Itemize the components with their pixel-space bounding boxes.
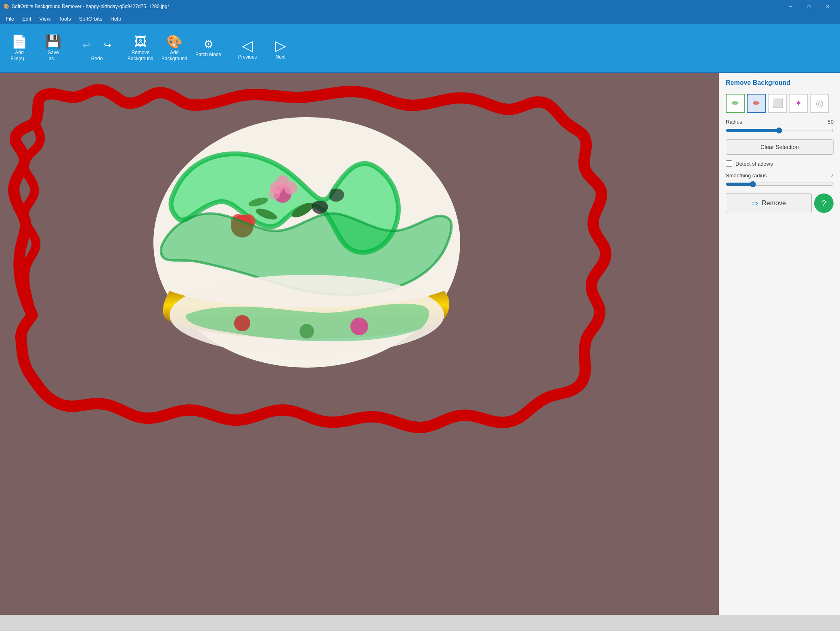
svg-point-6 (269, 188, 280, 200)
add-background-icon: 🎨 (166, 35, 182, 48)
help-button[interactable]: ? (814, 194, 834, 213)
canvas-area[interactable] (0, 73, 719, 615)
batch-mode-button[interactable]: ⚙ Batch Mode (192, 28, 224, 69)
detect-shadows-label: Detect shadows (735, 161, 773, 167)
radius-value: 50 (821, 119, 834, 125)
window-title: SoftOrbits Background Remover - happy-bi… (12, 4, 781, 9)
detect-shadows-row: Detect shadows (726, 160, 834, 167)
close-button[interactable]: ✕ (818, 0, 837, 13)
redo-button[interactable]: ↪ (97, 36, 117, 55)
separator-3 (228, 32, 228, 65)
magic-wand-tool[interactable]: ✦ (789, 94, 808, 113)
menu-view[interactable]: View (35, 14, 54, 23)
batch-mode-icon: ⚙ (203, 39, 214, 50)
save-as-button[interactable]: 💾 Saveas... (37, 28, 69, 69)
panel-title: Remove Background (726, 79, 834, 86)
bg-remove-tool[interactable]: ◎ (810, 94, 829, 113)
menu-help[interactable]: Help (106, 14, 125, 23)
svg-point-15 (350, 318, 368, 335)
minimize-button[interactable]: ─ (781, 0, 800, 13)
eraser-tool[interactable]: ⬜ (768, 94, 787, 113)
toolbar: 📄 AddFile(s)... 💾 Saveas... ↩ ↪ Redo 🖼 R… (0, 24, 840, 73)
remove-background-button[interactable]: 🖼 RemoveBackground (124, 28, 157, 69)
undo-icon: ↩ (83, 40, 90, 50)
menu-edit[interactable]: Edit (18, 14, 35, 23)
maximize-button[interactable]: □ (800, 0, 818, 13)
detect-shadows-checkbox[interactable] (726, 160, 732, 167)
previous-button[interactable]: ◁ Previous (231, 28, 264, 69)
right-panel: Remove Background ✏ ✏ ⬜ ✦ ◎ (719, 73, 840, 615)
clear-selection-button[interactable]: Clear Selection (726, 139, 834, 155)
previous-icon: ◁ (242, 37, 253, 54)
tool-icons-row: ✏ ✏ ⬜ ✦ ◎ (726, 94, 834, 113)
remove-button[interactable]: ⇒ Remove (726, 193, 812, 213)
svg-point-16 (300, 324, 314, 339)
green-pen-tool[interactable]: ✏ (726, 94, 745, 113)
svg-point-5 (276, 175, 289, 188)
remove-label: Remove (762, 200, 786, 207)
undo-button[interactable]: ↩ (76, 36, 96, 55)
nav-group: ◁ Previous ▷ Next (231, 28, 297, 69)
redo-icon: ↪ (104, 40, 111, 50)
next-label: Next (276, 54, 286, 60)
radius-label: Radius (726, 119, 742, 125)
menu-bar: File Edit View Tools SoftOrbits Help (0, 13, 840, 24)
bg-remove-icon: ◎ (816, 98, 823, 109)
add-file-button[interactable]: 📄 AddFile(s)... (3, 28, 36, 69)
batch-mode-label: Batch Mode (195, 52, 221, 57)
thumbnail-area (0, 615, 840, 631)
separator-2 (121, 32, 121, 65)
smoothing-label-row: Smoothing radius 7 (726, 172, 834, 179)
eraser-icon: ⬜ (772, 98, 783, 109)
radius-slider-row: Radius 50 (726, 119, 834, 134)
save-as-icon: 💾 (45, 35, 61, 48)
image-container (0, 73, 719, 615)
magic-wand-icon: ✦ (795, 98, 802, 109)
title-bar: 🎨 SoftOrbits Background Remover - happy-… (0, 0, 840, 13)
menu-tools[interactable]: Tools (54, 14, 75, 23)
previous-label: Previous (238, 54, 257, 60)
separator-1 (73, 32, 73, 65)
red-pen-tool[interactable]: ✏ (747, 94, 766, 113)
remove-arrow-icon: ⇒ (752, 198, 758, 208)
menu-file[interactable]: File (2, 14, 18, 23)
remove-btn-row: ⇒ Remove ? (726, 193, 834, 213)
window-controls: ─ □ ✕ (781, 0, 837, 13)
add-file-label: AddFile(s)... (10, 50, 28, 61)
smoothing-radius-slider[interactable] (726, 181, 834, 187)
remove-background-label: RemoveBackground (128, 50, 153, 61)
smoothing-radius-label: Smoothing radius (726, 172, 767, 179)
help-icon: ? (821, 199, 826, 208)
add-background-button[interactable]: 🎨 AddBackground (158, 28, 191, 69)
save-as-label: Saveas... (48, 50, 59, 61)
green-pen-icon: ✏ (732, 98, 739, 109)
red-pen-icon: ✏ (753, 98, 760, 109)
menu-softorbits[interactable]: SoftOrbits (75, 14, 107, 23)
thumbnail-strip (0, 615, 840, 631)
radius-label-row: Radius 50 (726, 119, 834, 125)
main-area: Remove Background ✏ ✏ ⬜ ✦ ◎ (0, 73, 840, 615)
app-icon: 🎨 (3, 4, 9, 9)
next-icon: ▷ (275, 37, 286, 54)
canvas-svg (0, 73, 622, 436)
remove-background-icon: 🖼 (134, 35, 147, 48)
add-background-label: AddBackground (161, 50, 187, 61)
redo-label: Redo (91, 56, 103, 61)
radius-slider[interactable] (726, 127, 834, 134)
smoothing-radius-value: 7 (821, 172, 834, 179)
add-file-icon: 📄 (11, 35, 27, 48)
svg-point-14 (234, 315, 250, 331)
next-button[interactable]: ▷ Next (264, 28, 297, 69)
smoothing-slider-row: Smoothing radius 7 (726, 172, 834, 187)
